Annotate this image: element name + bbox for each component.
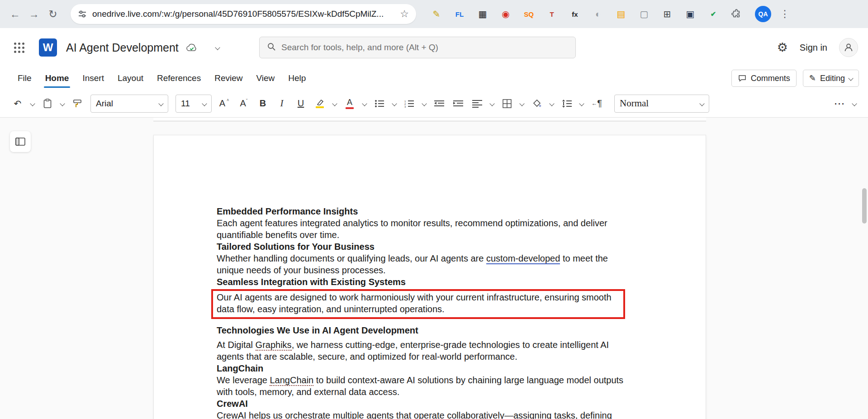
grid-orange-extension-icon[interactable]: ▤: [614, 7, 628, 21]
back-button[interactable]: ←: [5, 5, 24, 24]
browser-menu-icon[interactable]: ⋮: [779, 8, 790, 20]
account-avatar-icon[interactable]: [839, 38, 858, 57]
numbering-chevron-icon[interactable]: [420, 95, 429, 113]
collapse-ribbon-button[interactable]: [850, 95, 859, 113]
forward-button[interactable]: →: [24, 5, 43, 24]
graphiks-spellcheck-text[interactable]: Graphiks: [256, 340, 292, 351]
editing-chevron-icon: [848, 76, 853, 81]
tab-insert[interactable]: Insert: [76, 67, 111, 90]
word-logo-icon[interactable]: W: [39, 38, 57, 57]
borders-chevron-icon[interactable]: [517, 95, 526, 113]
shading-button[interactable]: [528, 95, 545, 113]
address-bar[interactable]: onedrive.live.com/:w:/g/personal/45D7691…: [71, 4, 416, 24]
tab-view[interactable]: View: [249, 67, 281, 90]
tailored-paragraph[interactable]: Whether handling documents or qualifying…: [217, 252, 633, 276]
format-painter-button[interactable]: [69, 95, 86, 113]
document-page[interactable]: Embedded Performance Insights Each agent…: [153, 135, 706, 419]
tab-references[interactable]: References: [150, 67, 208, 90]
decrease-indent-button[interactable]: [431, 95, 448, 113]
app-launcher-button[interactable]: [9, 38, 29, 57]
font-color-chevron-icon[interactable]: [360, 95, 369, 113]
langchain-paragraph[interactable]: We leverage LangChain to build context-a…: [217, 374, 633, 398]
editing-mode-button[interactable]: ✎ Editing: [803, 70, 859, 87]
search-input[interactable]: [281, 43, 568, 52]
highlight-button[interactable]: [311, 95, 328, 113]
site-info-icon[interactable]: [78, 10, 87, 19]
seoquake-extension-icon[interactable]: SQ: [522, 7, 536, 21]
tab-review[interactable]: Review: [208, 67, 249, 90]
settings-gear-icon[interactable]: ⚙: [777, 40, 788, 55]
previous-page-edge: [153, 118, 706, 121]
line-spacing-button[interactable]: [558, 95, 575, 113]
fl-extension-icon[interactable]: FL: [453, 7, 466, 21]
font-name-value: Arial: [96, 99, 113, 109]
seamless-paragraph[interactable]: Our AI agents are designed to work harmo…: [217, 291, 620, 315]
paste-chevron-icon[interactable]: [58, 95, 67, 113]
record-extension-icon[interactable]: ◉: [499, 7, 512, 21]
undo-chevron-icon[interactable]: [28, 95, 37, 113]
bullets-button[interactable]: [371, 95, 388, 113]
qr-code-extension-icon[interactable]: ▦: [476, 7, 489, 21]
navigation-pane-toggle-button[interactable]: [10, 131, 31, 152]
font-name-select[interactable]: Arial: [90, 95, 168, 113]
active-tab-underline: [44, 86, 71, 88]
cloud-saved-icon[interactable]: [186, 43, 198, 52]
line-spacing-chevron-icon[interactable]: [577, 95, 586, 113]
underline-button[interactable]: U: [292, 95, 309, 113]
search-bar[interactable]: [259, 37, 576, 58]
bullets-chevron-icon[interactable]: [390, 95, 399, 113]
comments-button[interactable]: Comments: [731, 70, 797, 87]
compass-extension-icon[interactable]: ◐: [591, 7, 605, 21]
sign-in-link[interactable]: Sign in: [800, 43, 827, 53]
browser-profile-avatar[interactable]: QA: [755, 6, 771, 22]
extensions-puzzle-icon[interactable]: [730, 7, 743, 21]
custom-developed-underlined-text[interactable]: custom-developed: [486, 253, 560, 264]
collaboratively-underlined-text[interactable]: collaboratively—assigning: [447, 410, 551, 419]
technologies-paragraph[interactable]: At Digital Graphiks, we harness cutting-…: [217, 339, 633, 362]
crewai-heading[interactable]: CrewAI: [217, 398, 633, 409]
more-options-button[interactable]: ⋯: [831, 95, 848, 113]
pen-extension-icon[interactable]: ✎: [430, 7, 443, 21]
styles-select[interactable]: Normal: [614, 95, 709, 113]
numbering-button[interactable]: 123: [401, 95, 418, 113]
url-text[interactable]: onedrive.live.com/:w:/g/personal/45D7691…: [92, 9, 395, 19]
technologies-heading[interactable]: Technologies We Use in AI Agent Developm…: [217, 324, 633, 336]
font-size-select[interactable]: 11: [175, 95, 212, 113]
bold-button[interactable]: B: [254, 95, 271, 113]
seamless-heading[interactable]: Seamless Integration with Existing Syste…: [217, 276, 633, 288]
borders-button[interactable]: [498, 95, 516, 113]
tab-layout[interactable]: Layout: [111, 67, 150, 90]
insights-paragraph[interactable]: Each agent features integrated analytics…: [217, 217, 633, 241]
alignment-button[interactable]: [469, 95, 486, 113]
dark-grid-extension-icon[interactable]: ⊞: [660, 7, 674, 21]
grow-font-button[interactable]: A＾: [216, 95, 233, 113]
window-extension-icon[interactable]: ▢: [637, 7, 651, 21]
tab-file[interactable]: File: [11, 67, 38, 90]
alignment-chevron-icon[interactable]: [488, 95, 497, 113]
document-title-chevron-icon[interactable]: [215, 45, 220, 50]
refresh-button[interactable]: ↻: [43, 5, 62, 24]
insights-heading[interactable]: Embedded Performance Insights: [217, 205, 633, 217]
increase-indent-button[interactable]: [450, 95, 467, 113]
langchain-heading[interactable]: LangChain: [217, 362, 633, 374]
letter-t-extension-icon[interactable]: T: [545, 7, 559, 21]
document-title[interactable]: AI Agent Development: [66, 41, 179, 54]
function-extension-icon[interactable]: fx: [568, 7, 582, 21]
check-green-extension-icon[interactable]: ✔: [707, 7, 720, 21]
highlight-chevron-icon[interactable]: [330, 95, 339, 113]
paste-button[interactable]: [39, 95, 56, 113]
tab-help[interactable]: Help: [281, 67, 313, 90]
frame-extension-icon[interactable]: ▣: [683, 7, 697, 21]
tab-home[interactable]: Home: [38, 67, 76, 90]
crewai-paragraph[interactable]: CrewAI helps us orchestrate multiple age…: [217, 409, 633, 419]
vertical-scrollbar-thumb[interactable]: [862, 188, 867, 224]
italic-button[interactable]: I: [273, 95, 290, 113]
shading-chevron-icon[interactable]: [547, 95, 556, 113]
font-color-button[interactable]: A: [341, 95, 358, 113]
langchain-spellcheck-text[interactable]: LangChain: [270, 375, 313, 386]
shrink-font-button[interactable]: Aˇ: [235, 95, 252, 113]
undo-button[interactable]: ↶: [9, 95, 26, 113]
tailored-heading[interactable]: Tailored Solutions for Your Business: [217, 241, 633, 252]
paragraph-marks-button[interactable]: ←¶: [588, 95, 605, 113]
bookmark-star-icon[interactable]: ☆: [400, 8, 409, 20]
